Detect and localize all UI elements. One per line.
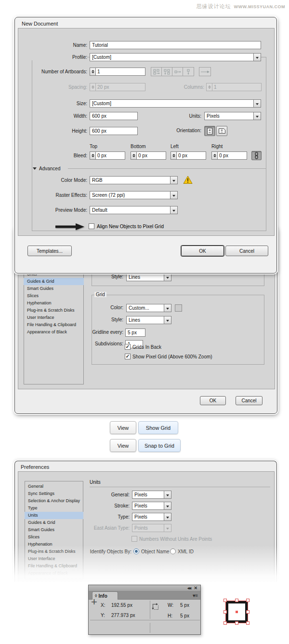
selection-handle[interactable] <box>235 599 238 602</box>
width-height-icon <box>151 603 159 612</box>
grid-color-dropdown[interactable]: Custom... <box>126 304 171 312</box>
bleed-link-button[interactable] <box>251 151 262 160</box>
menu-snap-to-grid-button[interactable]: Snap to Grid <box>138 439 181 452</box>
close-icon[interactable]: ✕ <box>194 585 197 591</box>
dropdown-arrow-icon <box>164 491 171 498</box>
selection-handle[interactable] <box>246 610 250 614</box>
menu-view-button-1[interactable]: View <box>110 421 136 434</box>
raster-effects-dropdown[interactable]: Screen (72 ppi) <box>90 191 178 199</box>
bleed-left-value: 0 px <box>176 151 206 160</box>
color-mode-label: Color Mode: <box>20 178 87 183</box>
identify-objects-label: Identify Objects By: <box>64 549 131 555</box>
bleed-left-stepper[interactable]: 0 px <box>171 151 206 160</box>
sidebar-item-general[interactable]: General <box>25 483 83 490</box>
general-units-label: General: <box>62 492 130 498</box>
show-pixel-grid-label: Show Pixel Grid (Above 600% Zoom) <box>132 354 212 360</box>
guides-grid-ok-button[interactable]: OK <box>200 396 226 405</box>
type-units-label: Type: <box>62 514 130 520</box>
sidebar-item-slices[interactable]: Slices <box>24 292 84 300</box>
info-w-value: 5 px <box>180 603 189 608</box>
artboards-stepper[interactable]: 1 <box>90 68 145 76</box>
collapse-icons-icon[interactable]: ◂◂ <box>187 585 191 591</box>
selection-handle[interactable] <box>246 621 250 625</box>
dropdown-arrow-icon <box>164 524 171 532</box>
size-dropdown[interactable]: [Custom] <box>90 99 261 108</box>
stroke-units-dropdown[interactable]: Pixels <box>132 502 171 510</box>
advanced-collapse-icon[interactable] <box>33 167 37 172</box>
selection-handle[interactable] <box>235 621 238 625</box>
guides-style-value: Lines <box>127 274 164 281</box>
sidebar-item-smart-guides[interactable]: Smart Guides <box>24 285 84 292</box>
guides-style-dropdown[interactable]: Lines <box>126 273 171 281</box>
bleed-bottom-stepper[interactable]: 0 px <box>131 151 166 160</box>
layout-direction-button[interactable] <box>199 67 211 76</box>
grids-in-back-checkbox[interactable]: ✓ <box>125 344 131 350</box>
orientation-landscape-button[interactable] <box>216 126 227 136</box>
east-asian-type-dropdown[interactable]: Points <box>132 524 171 532</box>
columns-stepper[interactable]: 1 <box>206 83 262 91</box>
raster-effects-label: Raster Effects: <box>20 192 87 198</box>
align-pixel-grid-label: Align New Objects to Pixel Grid <box>97 224 164 230</box>
bleed-top-value: 0 px <box>95 151 125 160</box>
height-label: Height: <box>20 128 87 134</box>
show-pixel-grid-checkbox[interactable]: ✓ <box>125 354 131 359</box>
bleed-right-value: 0 px <box>217 151 247 160</box>
orientation-portrait-button[interactable] <box>204 126 215 136</box>
menu-show-grid-button[interactable]: Show Grid <box>138 421 178 434</box>
sidebar-item-appearance-of-black[interactable]: Appearance of Black <box>25 570 83 577</box>
advanced-label: Advanced <box>39 166 60 172</box>
sidebar-item-user-interface[interactable]: User Interface <box>25 555 83 562</box>
new-document-ok-button[interactable]: OK <box>181 246 224 256</box>
object-name-radio[interactable] <box>133 548 139 554</box>
type-units-dropdown[interactable]: Pixels <box>132 513 171 521</box>
sidebar-item-hyphenation[interactable]: Hyphenation <box>25 541 83 548</box>
gridline-every-input[interactable]: 5 px <box>125 329 145 337</box>
bleed-right-stepper[interactable]: 0 px <box>211 151 247 160</box>
bleed-right-header: Right <box>211 144 223 150</box>
grid-color-swatch[interactable] <box>175 304 182 312</box>
grid-style-dropdown[interactable]: Lines <box>126 316 171 324</box>
preview-mode-dropdown[interactable]: Default <box>90 206 178 214</box>
numbers-without-units-checkbox[interactable] <box>131 536 137 542</box>
menu-view-button-2[interactable]: View <box>110 439 136 452</box>
spacing-label: Spacing: <box>20 84 87 90</box>
info-x-label: X: <box>101 603 105 608</box>
info-panel-titlebar[interactable]: ◂◂ ✕ <box>89 585 200 591</box>
name-input[interactable]: Tutorial <box>90 41 261 49</box>
general-units-dropdown[interactable]: Pixels <box>132 491 171 499</box>
info-panel-tabbar: ◊ Info ▾≡ <box>89 591 200 600</box>
selection-handle[interactable] <box>223 621 227 625</box>
templates-button[interactable]: Templates... <box>27 246 72 256</box>
grid-by-column-button[interactable] <box>162 68 172 76</box>
selection-handle[interactable] <box>223 599 227 602</box>
arrange-by-row-button[interactable] <box>172 68 183 76</box>
grid-by-row-button[interactable] <box>151 68 162 76</box>
guides-grid-cancel-button[interactable]: Cancel <box>236 396 263 405</box>
info-w-label: W: <box>168 603 173 608</box>
profile-value: [Custom] <box>90 54 253 61</box>
arrange-by-column-button[interactable] <box>183 68 194 76</box>
height-input[interactable]: 600 px <box>90 127 138 135</box>
color-mode-value: RGB <box>90 177 170 184</box>
new-document-cancel-button[interactable]: Cancel <box>225 246 268 256</box>
xml-id-radio[interactable] <box>170 548 176 554</box>
align-pixel-grid-checkbox[interactable] <box>89 223 94 229</box>
width-label: Width: <box>20 113 87 119</box>
profile-dropdown[interactable]: [Custom] <box>90 53 261 61</box>
bleed-top-stepper[interactable]: 0 px <box>90 151 125 160</box>
selection-handle[interactable] <box>223 610 227 614</box>
bleed-top-header: Top <box>90 144 97 150</box>
dropdown-arrow-icon <box>253 112 261 120</box>
sidebar-item-file-handling[interactable]: File Handling & Clipboard <box>25 562 83 570</box>
center-point-indicator <box>236 611 238 613</box>
panel-menu-icon[interactable]: ▾≡ <box>193 593 198 599</box>
sidebar-item-slices[interactable]: Slices <box>25 534 83 541</box>
units-dropdown[interactable]: Pixels <box>204 112 261 120</box>
info-horizontal-divider <box>90 620 200 620</box>
units-section-divider <box>90 487 270 487</box>
columns-value: 1 <box>212 83 262 91</box>
width-input[interactable]: 600 px <box>90 112 138 120</box>
preferences-title: Preferences <box>21 464 49 470</box>
color-mode-dropdown[interactable]: RGB <box>90 176 178 184</box>
selection-handle[interactable] <box>246 599 250 602</box>
